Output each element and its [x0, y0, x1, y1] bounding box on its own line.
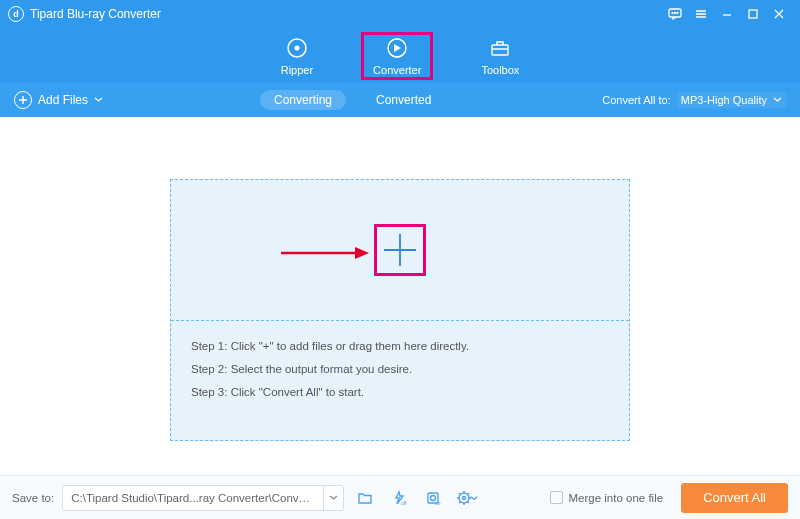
svg-marker-10 — [355, 247, 369, 259]
convert-all-to-label: Convert All to: — [602, 94, 670, 106]
menu-icon[interactable] — [688, 0, 714, 28]
tab-converting-label: Converting — [274, 93, 332, 107]
drop-zone-top — [171, 180, 629, 320]
tab-toolbox[interactable]: Toolbox — [471, 34, 529, 78]
svg-point-16 — [463, 496, 466, 499]
step-3: Step 3: Click "Convert All" to start. — [191, 381, 609, 404]
main-canvas: Step 1: Click "+" to add files or drag t… — [0, 117, 800, 475]
svg-rect-8 — [492, 45, 508, 55]
app-logo-icon: d — [8, 6, 24, 22]
settings-icon[interactable] — [454, 485, 480, 511]
drop-zone[interactable]: Step 1: Click "+" to add files or drag t… — [170, 179, 630, 441]
add-files-plus-button[interactable] — [377, 227, 423, 273]
step-2: Step 2: Select the output format you des… — [191, 358, 609, 381]
convert-all-to[interactable]: Convert All to: MP3-High Quality — [602, 92, 786, 108]
svg-rect-4 — [749, 10, 757, 18]
speed-icon[interactable]: off — [386, 485, 412, 511]
save-path-dropdown[interactable] — [323, 486, 343, 510]
annotation-arrow — [279, 244, 369, 266]
main-tabs: Ripper Converter Toolbox — [0, 28, 800, 83]
checkbox-icon — [550, 491, 563, 504]
save-to-label: Save to: — [12, 492, 54, 504]
ripper-icon — [285, 36, 309, 60]
instruction-steps: Step 1: Click "+" to add files or drag t… — [171, 321, 629, 418]
open-folder-icon[interactable] — [352, 485, 378, 511]
chevron-down-icon — [773, 94, 782, 106]
svg-text:on: on — [435, 500, 441, 506]
minimize-icon[interactable] — [714, 0, 740, 28]
converter-icon — [385, 36, 409, 60]
tab-converting[interactable]: Converting — [260, 90, 346, 110]
close-icon[interactable] — [766, 0, 792, 28]
plus-circle-icon — [14, 91, 32, 109]
convert-all-button[interactable]: Convert All — [681, 483, 788, 513]
svg-point-3 — [677, 13, 678, 14]
tab-toolbox-label: Toolbox — [481, 64, 519, 76]
convert-all-button-label: Convert All — [703, 490, 766, 505]
feedback-icon[interactable] — [662, 0, 688, 28]
tab-ripper-label: Ripper — [281, 64, 313, 76]
svg-point-6 — [294, 45, 299, 50]
svg-point-1 — [672, 13, 673, 14]
merge-checkbox[interactable]: Merge into one file — [550, 491, 664, 504]
title-bar: d Tipard Blu-ray Converter — [0, 0, 800, 28]
tab-converted-label: Converted — [376, 93, 431, 107]
bottom-bar: Save to: C:\Tipard Studio\Tipard...ray C… — [0, 475, 800, 519]
save-path-value: C:\Tipard Studio\Tipard...ray Converter\… — [63, 492, 323, 504]
tab-converted[interactable]: Converted — [362, 90, 445, 110]
convert-all-to-value: MP3-High Quality — [681, 94, 767, 106]
svg-point-2 — [675, 13, 676, 14]
add-files-button[interactable]: Add Files — [14, 91, 103, 109]
add-files-label: Add Files — [38, 93, 88, 107]
app-title: Tipard Blu-ray Converter — [30, 7, 161, 21]
step-1: Step 1: Click "+" to add files or drag t… — [191, 335, 609, 358]
tab-converter-label: Converter — [373, 64, 421, 76]
toolbox-icon — [488, 36, 512, 60]
gpu-icon[interactable]: on — [420, 485, 446, 511]
tab-ripper[interactable]: Ripper — [271, 34, 323, 78]
tab-converter[interactable]: Converter — [363, 34, 431, 78]
sub-bar: Add Files Converting Converted Convert A… — [0, 83, 800, 117]
save-path-box: C:\Tipard Studio\Tipard...ray Converter\… — [62, 485, 344, 511]
chevron-down-icon — [94, 93, 103, 107]
svg-text:off: off — [401, 500, 407, 506]
maximize-icon[interactable] — [740, 0, 766, 28]
merge-label: Merge into one file — [569, 492, 664, 504]
